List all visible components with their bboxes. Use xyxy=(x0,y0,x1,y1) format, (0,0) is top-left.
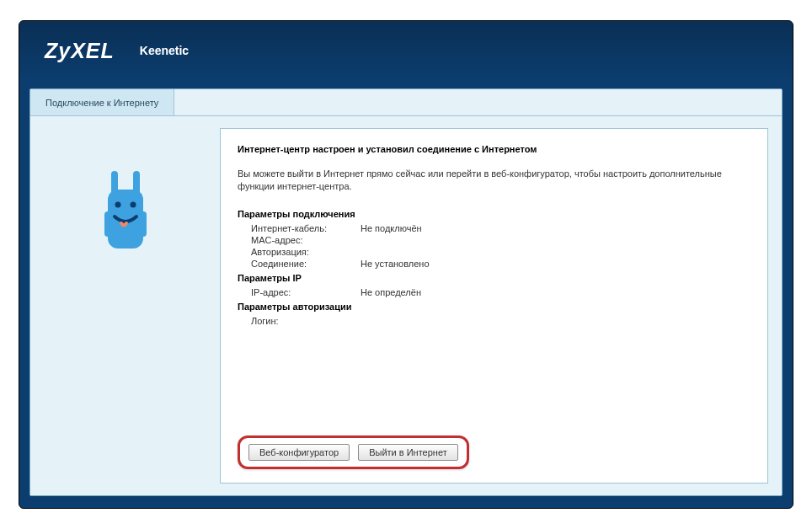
main-panel: Подключение к Интернету xyxy=(29,88,783,496)
page-title: Интернет-центр настроен и установил соед… xyxy=(238,144,751,154)
section-authp-title: Параметры авторизации xyxy=(238,302,751,312)
param-cable-value: Не подключён xyxy=(361,223,751,233)
param-auth-value xyxy=(361,247,751,257)
intro-text: Вы можете выйти в Интернет прямо сейчас … xyxy=(238,168,751,194)
param-ip-label: IP-адрес: xyxy=(251,287,361,297)
param-link-value: Не установлено xyxy=(361,259,751,269)
param-login-label: Логин: xyxy=(251,316,361,326)
panel-container: Подключение к Интернету xyxy=(19,80,793,508)
param-link: Соединение: Не установлено xyxy=(238,258,751,270)
content-panel: Интернет-центр настроен и установил соед… xyxy=(220,128,768,484)
button-row: Веб-конфигуратор Выйти в Интернет xyxy=(238,424,751,469)
param-login-value xyxy=(361,316,751,326)
svg-point-5 xyxy=(115,202,120,208)
param-mac: MAC-адрес: xyxy=(238,234,751,246)
button-highlight: Веб-конфигуратор Выйти в Интернет xyxy=(238,435,469,469)
param-link-label: Соединение: xyxy=(251,259,361,269)
param-mac-value xyxy=(361,235,751,245)
tab-row: Подключение к Интернету xyxy=(30,89,782,116)
param-auth-label: Авторизация: xyxy=(251,247,361,257)
main-row: Интернет-центр настроен и установил соед… xyxy=(30,116,782,495)
svg-rect-4 xyxy=(140,211,147,237)
param-mac-label: MAC-адрес: xyxy=(251,235,361,245)
svg-rect-2 xyxy=(133,171,140,195)
param-auth: Авторизация: xyxy=(238,246,751,258)
param-ip: IP-адрес: Не определён xyxy=(238,286,751,298)
param-cable-label: Интернет-кабель: xyxy=(251,223,361,233)
svg-point-6 xyxy=(130,202,136,208)
product-name: Keenetic xyxy=(140,44,189,57)
section-connection-title: Параметры подключения xyxy=(238,209,751,219)
header-bar: ZyXEL Keenetic xyxy=(19,21,793,80)
svg-rect-0 xyxy=(108,190,143,248)
app-window: ZyXEL Keenetic Подключение к Интернету xyxy=(19,20,793,509)
web-configurator-button[interactable]: Веб-конфигуратор xyxy=(248,444,350,461)
svg-rect-1 xyxy=(111,171,118,195)
brand-logo: ZyXEL xyxy=(45,39,115,63)
tab-internet-connection[interactable]: Подключение к Интернету xyxy=(30,89,174,115)
param-cable: Интернет-кабель: Не подключён xyxy=(238,222,751,234)
param-ip-value: Не определён xyxy=(361,287,751,297)
go-internet-button[interactable]: Выйти в Интернет xyxy=(358,444,458,461)
sidebar xyxy=(30,116,220,495)
param-login: Логин: xyxy=(238,315,751,327)
svg-rect-3 xyxy=(104,211,111,237)
section-ip-title: Параметры IP xyxy=(238,273,751,283)
tab-label: Подключение к Интернету xyxy=(45,98,158,108)
mascot-icon xyxy=(96,171,155,255)
